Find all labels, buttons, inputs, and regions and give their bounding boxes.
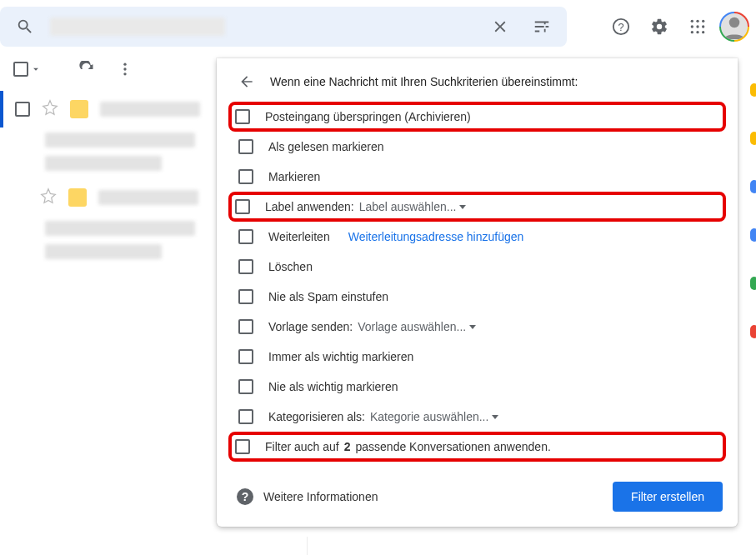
checkbox[interactable] [235, 109, 250, 124]
create-filter-button[interactable]: Filter erstellen [613, 482, 723, 512]
star-icon[interactable] [40, 188, 57, 208]
filter-label: Nie als wichtig markieren [268, 380, 398, 393]
refresh-icon[interactable] [70, 52, 103, 86]
checkbox[interactable] [235, 439, 250, 454]
addon-icon[interactable] [750, 132, 756, 145]
checkbox[interactable] [238, 409, 253, 424]
checkbox[interactable] [238, 139, 253, 154]
search-input[interactable] [50, 14, 475, 39]
filter-panel: Wenn eine Nachricht mit Ihren Suchkriter… [217, 58, 738, 527]
svg-point-5 [696, 25, 698, 28]
addon-icon[interactable] [750, 83, 756, 97]
apps-icon[interactable] [681, 10, 714, 43]
checkbox[interactable] [238, 319, 253, 334]
svg-point-7 [691, 31, 693, 33]
svg-point-13 [123, 72, 126, 75]
filter-option-categorize[interactable]: Kategorisieren als: Kategorie auswählen.… [232, 402, 723, 432]
filter-option-apply-label[interactable]: Label anwenden: Label auswählen... [228, 192, 726, 222]
search-bar [0, 7, 567, 47]
filter-label: Nie als Spam einstufen [268, 290, 388, 303]
chevron-down-icon [492, 415, 498, 419]
checkbox[interactable] [238, 379, 253, 394]
top-search-row: ? [0, 7, 756, 47]
select-all-checkbox[interactable] [10, 58, 45, 80]
svg-point-12 [123, 68, 126, 70]
filter-option-apply-to-matching[interactable]: Filter auch auf 2 passende Konversatione… [228, 432, 726, 462]
filter-option-archive[interactable]: Posteingang überspringen (Archivieren) [228, 102, 726, 132]
filter-panel-title: Wenn eine Nachricht mit Ihren Suchkriter… [270, 75, 578, 88]
label-chip [68, 188, 87, 207]
label-chip [70, 100, 88, 118]
checkbox[interactable] [238, 229, 253, 244]
filter-option-always-important[interactable]: Immer als wichtig markieren [232, 342, 723, 372]
search-icon[interactable] [8, 10, 42, 43]
filter-label: Kategorisieren als: [268, 410, 365, 423]
divider [307, 537, 308, 555]
search-tune-icon[interactable] [525, 10, 558, 43]
filter-label: Filter auch auf [265, 440, 339, 453]
filter-option-never-spam[interactable]: Nie als Spam einstufen [232, 282, 723, 312]
checkbox[interactable] [238, 169, 253, 184]
gear-icon[interactable] [643, 10, 676, 43]
addon-icon[interactable] [750, 228, 756, 242]
filter-label: Weiterleiten [268, 230, 330, 243]
svg-point-8 [696, 31, 698, 33]
svg-point-6 [702, 25, 704, 28]
filter-label: Vorlage senden: [268, 320, 353, 333]
addon-icon[interactable] [750, 325, 756, 338]
filter-label: Löschen [268, 260, 313, 273]
template-select[interactable]: Vorlage auswählen... [358, 320, 476, 333]
checkbox[interactable] [235, 199, 250, 214]
filter-option-send-template[interactable]: Vorlage senden: Vorlage auswählen... [232, 312, 723, 342]
checkbox[interactable] [238, 289, 253, 304]
add-forwarding-link[interactable]: Weiterleitungsadresse hinzufügen [348, 230, 524, 243]
filter-label: passende Konversationen anwenden. [356, 440, 551, 453]
svg-point-3 [702, 20, 704, 22]
chevron-down-icon [30, 63, 42, 75]
checkbox[interactable] [238, 259, 253, 274]
side-panel-apps [750, 83, 756, 338]
svg-point-11 [123, 63, 126, 66]
star-icon[interactable] [42, 99, 58, 119]
category-select[interactable]: Kategorie auswählen... [370, 410, 498, 423]
filter-label: Als gelesen markieren [268, 140, 384, 153]
svg-point-10 [729, 18, 740, 28]
info-icon: ? [237, 488, 253, 505]
filter-option-forward[interactable]: Weiterleiten Weiterleitungsadresse hinzu… [232, 222, 723, 252]
filter-label: Posteingang überspringen (Archivieren) [265, 110, 471, 123]
avatar[interactable] [719, 12, 749, 42]
match-count: 2 [344, 440, 351, 453]
filter-label: Markieren [268, 170, 320, 183]
filter-option-never-important[interactable]: Nie als wichtig markieren [232, 372, 723, 402]
label-select[interactable]: Label auswählen... [359, 200, 467, 213]
help-icon[interactable]: ? [604, 10, 638, 43]
chevron-down-icon [459, 205, 466, 209]
svg-point-2 [696, 20, 698, 22]
chevron-down-icon [469, 325, 476, 329]
filter-option-delete[interactable]: Löschen [232, 252, 723, 282]
addon-icon[interactable] [750, 277, 756, 290]
svg-point-9 [702, 31, 704, 33]
svg-point-1 [691, 20, 693, 22]
row-checkbox[interactable] [15, 102, 30, 117]
filter-label: Label anwenden: [265, 200, 354, 213]
back-arrow-icon[interactable] [235, 70, 258, 93]
addon-icon[interactable] [750, 180, 756, 193]
svg-text:?: ? [618, 21, 623, 33]
filter-label: Immer als wichtig markieren [268, 350, 413, 363]
checkbox[interactable] [238, 349, 253, 364]
more-icon[interactable] [108, 52, 142, 86]
filter-option-mark-read[interactable]: Als gelesen markieren [232, 132, 723, 162]
svg-point-4 [691, 25, 693, 28]
search-clear-icon[interactable] [483, 10, 517, 43]
learn-more-link[interactable]: ? Weitere Informationen [237, 488, 378, 505]
filter-option-star[interactable]: Markieren [232, 162, 723, 192]
